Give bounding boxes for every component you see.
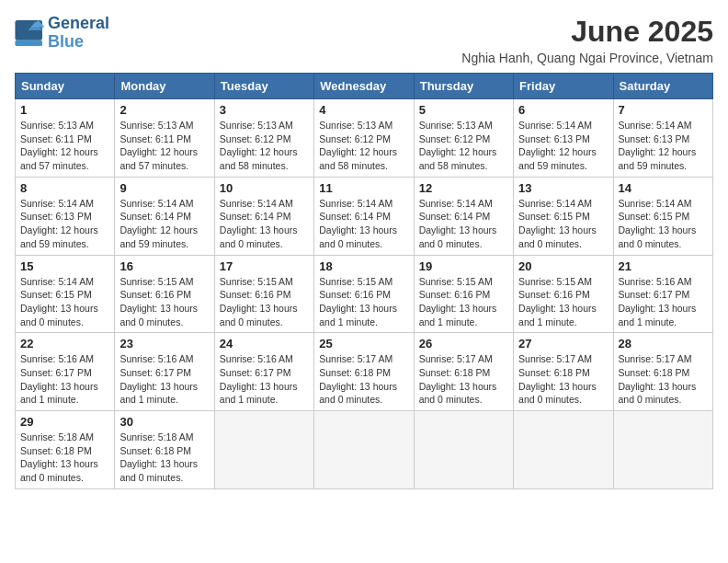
calendar-cell: 28Sunrise: 5:17 AMSunset: 6:18 PMDayligh… xyxy=(613,333,712,411)
calendar-cell: 21Sunrise: 5:16 AMSunset: 6:17 PMDayligh… xyxy=(613,255,712,333)
calendar-cell: 27Sunrise: 5:17 AMSunset: 6:18 PMDayligh… xyxy=(514,333,613,411)
day-number: 2 xyxy=(119,103,209,117)
calendar-cell: 12Sunrise: 5:14 AMSunset: 6:14 PMDayligh… xyxy=(414,177,513,255)
day-info: Sunrise: 5:16 AMSunset: 6:17 PMDaylight:… xyxy=(220,352,309,407)
calendar-table: SundayMondayTuesdayWednesdayThursdayFrid… xyxy=(15,73,713,489)
calendar-header-sunday: Sunday xyxy=(16,74,115,99)
page-header: General Blue June 2025 Nghia Hanh, Quang… xyxy=(15,15,713,65)
day-number: 25 xyxy=(319,337,408,350)
day-info: Sunrise: 5:13 AMSunset: 6:12 PMDaylight:… xyxy=(419,119,508,173)
day-number: 12 xyxy=(419,181,508,195)
day-number: 14 xyxy=(619,181,708,195)
calendar-cell: 2Sunrise: 5:13 AMSunset: 6:11 PMDaylight… xyxy=(115,99,214,178)
day-info: Sunrise: 5:15 AMSunset: 6:16 PMDaylight:… xyxy=(319,275,408,329)
day-number: 30 xyxy=(119,415,209,429)
calendar-week-5: 29Sunrise: 5:18 AMSunset: 6:18 PMDayligh… xyxy=(16,411,713,489)
day-number: 17 xyxy=(220,259,309,273)
day-number: 11 xyxy=(319,181,408,195)
day-info: Sunrise: 5:13 AMSunset: 6:11 PMDaylight:… xyxy=(20,119,109,173)
day-info: Sunrise: 5:14 AMSunset: 6:15 PMDaylight:… xyxy=(619,197,708,251)
calendar-cell: 29Sunrise: 5:18 AMSunset: 6:18 PMDayligh… xyxy=(16,411,115,489)
day-info: Sunrise: 5:14 AMSunset: 6:14 PMDaylight:… xyxy=(319,197,408,251)
calendar-cell: 5Sunrise: 5:13 AMSunset: 6:12 PMDaylight… xyxy=(414,99,513,178)
logo-icon xyxy=(15,20,44,46)
day-number: 24 xyxy=(220,337,309,350)
calendar-cell: 19Sunrise: 5:15 AMSunset: 6:16 PMDayligh… xyxy=(414,255,513,333)
day-info: Sunrise: 5:14 AMSunset: 6:13 PMDaylight:… xyxy=(518,119,608,173)
day-number: 4 xyxy=(319,103,408,117)
day-number: 10 xyxy=(220,181,309,195)
day-number: 6 xyxy=(518,103,608,117)
day-info: Sunrise: 5:14 AMSunset: 6:13 PMDaylight:… xyxy=(20,197,109,251)
calendar-cell: 24Sunrise: 5:16 AMSunset: 6:17 PMDayligh… xyxy=(214,333,313,411)
calendar-cell: 18Sunrise: 5:15 AMSunset: 6:16 PMDayligh… xyxy=(314,255,414,333)
calendar-cell xyxy=(414,411,513,489)
calendar-cell: 13Sunrise: 5:14 AMSunset: 6:15 PMDayligh… xyxy=(514,177,613,255)
day-number: 18 xyxy=(319,259,408,273)
calendar-cell xyxy=(314,411,414,489)
calendar-cell: 11Sunrise: 5:14 AMSunset: 6:14 PMDayligh… xyxy=(314,177,414,255)
calendar-header-saturday: Saturday xyxy=(613,74,712,99)
calendar-header-thursday: Thursday xyxy=(414,74,513,99)
day-info: Sunrise: 5:15 AMSunset: 6:16 PMDaylight:… xyxy=(419,275,508,329)
calendar-cell xyxy=(613,411,712,489)
day-info: Sunrise: 5:14 AMSunset: 6:14 PMDaylight:… xyxy=(119,197,209,251)
day-info: Sunrise: 5:16 AMSunset: 6:17 PMDaylight:… xyxy=(619,275,708,329)
day-info: Sunrise: 5:18 AMSunset: 6:18 PMDaylight:… xyxy=(20,431,109,485)
calendar-week-2: 8Sunrise: 5:14 AMSunset: 6:13 PMDaylight… xyxy=(16,177,713,255)
day-number: 20 xyxy=(518,259,608,273)
day-number: 3 xyxy=(220,103,309,117)
calendar-cell xyxy=(514,411,613,489)
day-number: 1 xyxy=(20,103,109,117)
day-info: Sunrise: 5:14 AMSunset: 6:14 PMDaylight:… xyxy=(419,197,508,251)
day-number: 21 xyxy=(619,259,708,273)
day-info: Sunrise: 5:13 AMSunset: 6:11 PMDaylight:… xyxy=(119,119,209,173)
calendar-header-row: SundayMondayTuesdayWednesdayThursdayFrid… xyxy=(16,74,713,99)
calendar-cell: 25Sunrise: 5:17 AMSunset: 6:18 PMDayligh… xyxy=(314,333,414,411)
day-info: Sunrise: 5:17 AMSunset: 6:18 PMDaylight:… xyxy=(518,352,608,407)
calendar-header-wednesday: Wednesday xyxy=(314,74,414,99)
day-number: 29 xyxy=(20,415,109,429)
calendar-cell: 17Sunrise: 5:15 AMSunset: 6:16 PMDayligh… xyxy=(214,255,313,333)
day-info: Sunrise: 5:17 AMSunset: 6:18 PMDaylight:… xyxy=(619,352,708,407)
calendar-cell: 4Sunrise: 5:13 AMSunset: 6:12 PMDaylight… xyxy=(314,99,414,178)
day-info: Sunrise: 5:16 AMSunset: 6:17 PMDaylight:… xyxy=(20,352,109,407)
day-info: Sunrise: 5:15 AMSunset: 6:16 PMDaylight:… xyxy=(518,275,608,329)
calendar-header-monday: Monday xyxy=(115,74,214,99)
calendar-cell: 16Sunrise: 5:15 AMSunset: 6:16 PMDayligh… xyxy=(115,255,214,333)
calendar-cell: 22Sunrise: 5:16 AMSunset: 6:17 PMDayligh… xyxy=(16,333,115,411)
svg-rect-3 xyxy=(15,40,42,46)
day-info: Sunrise: 5:16 AMSunset: 6:17 PMDaylight:… xyxy=(119,352,209,407)
day-number: 22 xyxy=(20,337,109,350)
day-info: Sunrise: 5:14 AMSunset: 6:15 PMDaylight:… xyxy=(518,197,608,251)
day-info: Sunrise: 5:17 AMSunset: 6:18 PMDaylight:… xyxy=(419,352,508,407)
calendar-week-1: 1Sunrise: 5:13 AMSunset: 6:11 PMDaylight… xyxy=(16,99,713,178)
day-number: 5 xyxy=(419,103,508,117)
calendar-cell: 10Sunrise: 5:14 AMSunset: 6:14 PMDayligh… xyxy=(214,177,313,255)
day-number: 13 xyxy=(518,181,608,195)
day-info: Sunrise: 5:17 AMSunset: 6:18 PMDaylight:… xyxy=(319,352,408,407)
day-info: Sunrise: 5:14 AMSunset: 6:14 PMDaylight:… xyxy=(220,197,309,251)
calendar-cell: 7Sunrise: 5:14 AMSunset: 6:13 PMDaylight… xyxy=(613,99,712,178)
logo-text: General Blue xyxy=(48,15,109,52)
calendar-cell: 20Sunrise: 5:15 AMSunset: 6:16 PMDayligh… xyxy=(514,255,613,333)
calendar-cell: 1Sunrise: 5:13 AMSunset: 6:11 PMDaylight… xyxy=(16,99,115,178)
day-number: 27 xyxy=(518,337,608,350)
calendar-cell: 23Sunrise: 5:16 AMSunset: 6:17 PMDayligh… xyxy=(115,333,214,411)
day-number: 8 xyxy=(20,181,109,195)
calendar-header-friday: Friday xyxy=(514,74,613,99)
day-number: 15 xyxy=(20,259,109,273)
calendar-cell: 8Sunrise: 5:14 AMSunset: 6:13 PMDaylight… xyxy=(16,177,115,255)
calendar-cell: 9Sunrise: 5:14 AMSunset: 6:14 PMDaylight… xyxy=(115,177,214,255)
calendar-cell: 26Sunrise: 5:17 AMSunset: 6:18 PMDayligh… xyxy=(414,333,513,411)
calendar-cell: 6Sunrise: 5:14 AMSunset: 6:13 PMDaylight… xyxy=(514,99,613,178)
page-title: June 2025 xyxy=(461,15,713,49)
calendar-week-3: 15Sunrise: 5:14 AMSunset: 6:15 PMDayligh… xyxy=(16,255,713,333)
day-number: 9 xyxy=(119,181,209,195)
calendar-header-tuesday: Tuesday xyxy=(214,74,313,99)
day-info: Sunrise: 5:15 AMSunset: 6:16 PMDaylight:… xyxy=(119,275,209,329)
page-subtitle: Nghia Hanh, Quang Ngai Province, Vietnam xyxy=(461,51,713,65)
calendar-cell: 30Sunrise: 5:18 AMSunset: 6:18 PMDayligh… xyxy=(115,411,214,489)
day-number: 26 xyxy=(419,337,508,350)
day-number: 28 xyxy=(619,337,708,350)
